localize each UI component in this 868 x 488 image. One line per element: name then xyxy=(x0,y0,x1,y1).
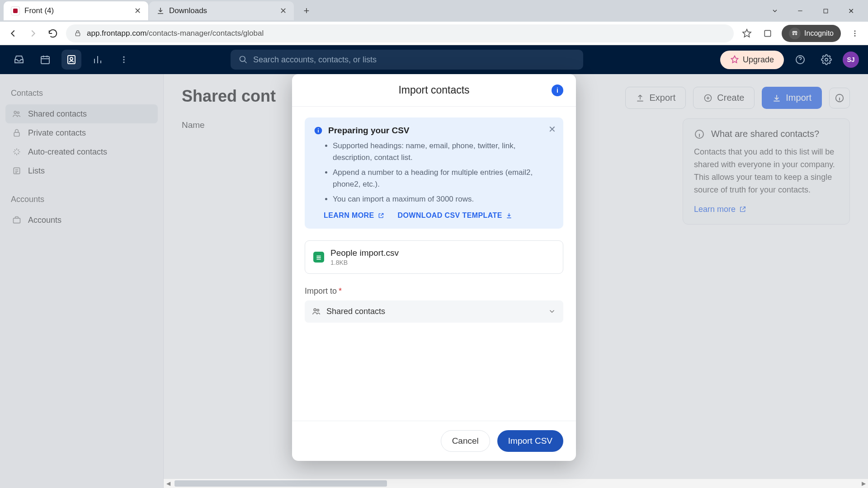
address-bar: app.frontapp.com/contacts-manager/contac… xyxy=(0,22,868,45)
svg-point-6 xyxy=(854,33,856,34)
import-to-label: Import to* xyxy=(305,286,563,296)
browser-chrome: Front (4) ✕ Downloads ✕ + ✕ xyxy=(0,0,868,45)
new-tab-button[interactable]: + xyxy=(298,3,315,19)
import-csv-button[interactable]: Import CSV xyxy=(497,430,563,452)
svg-point-10 xyxy=(70,57,73,60)
incognito-label: Incognito xyxy=(804,29,834,38)
nav-contacts-icon[interactable] xyxy=(61,50,81,70)
learn-more-link[interactable]: LEARN MORE xyxy=(324,211,384,220)
svg-rect-8 xyxy=(41,56,49,64)
url-path: /contacts-manager/contacts/global xyxy=(146,29,264,38)
svg-rect-2 xyxy=(764,30,770,36)
csv-bullet-list: Supported headings: name, email, phone, … xyxy=(314,140,554,205)
search-input[interactable]: Search accounts, contacts, or lists xyxy=(231,50,583,70)
svg-point-29 xyxy=(317,309,319,311)
help-icon[interactable] xyxy=(790,50,810,70)
import-contacts-modal: Import contacts i ✕ Preparing your CSV S… xyxy=(292,74,576,461)
scroll-left-icon[interactable]: ◀ xyxy=(164,480,173,487)
url-input[interactable]: app.frontapp.com/contacts-manager/contac… xyxy=(66,24,734,42)
file-size: 1.8KB xyxy=(330,259,399,266)
upgrade-button[interactable]: Upgrade xyxy=(720,51,784,69)
csv-bullet: You can import a maximum of 3000 rows. xyxy=(333,193,554,205)
download-template-label: DOWNLOAD CSV TEMPLATE xyxy=(398,211,502,220)
csv-info-callout: ✕ Preparing your CSV Supported headings:… xyxy=(305,117,563,229)
svg-point-13 xyxy=(123,61,124,63)
chevron-down-icon[interactable] xyxy=(769,5,781,17)
modal-info-icon[interactable]: i xyxy=(552,84,563,96)
svg-rect-1 xyxy=(75,33,80,36)
external-link-icon xyxy=(378,212,384,219)
svg-point-3 xyxy=(793,33,795,35)
browser-tab-front[interactable]: Front (4) ✕ xyxy=(4,1,148,20)
scroll-right-icon[interactable]: ▶ xyxy=(859,480,868,487)
upgrade-label: Upgrade xyxy=(743,55,774,65)
app-header: Search accounts, contacts, or lists Upgr… xyxy=(0,45,868,74)
forward-button[interactable] xyxy=(26,27,40,40)
info-icon xyxy=(314,126,323,135)
settings-icon[interactable] xyxy=(816,50,836,70)
svg-point-11 xyxy=(123,56,124,58)
svg-point-16 xyxy=(825,58,828,61)
svg-point-12 xyxy=(123,59,124,60)
svg-rect-0 xyxy=(824,9,828,13)
file-name: People import.csv xyxy=(330,248,399,258)
csv-heading: Preparing your CSV xyxy=(328,126,410,136)
scroll-thumb[interactable] xyxy=(175,480,387,487)
close-window-icon[interactable]: ✕ xyxy=(844,5,857,17)
download-template-link[interactable]: DOWNLOAD CSV TEMPLATE xyxy=(398,211,512,220)
nav-analytics-icon[interactable] xyxy=(88,50,108,70)
minimize-icon[interactable] xyxy=(794,5,807,17)
nav-inbox-icon[interactable] xyxy=(9,50,29,70)
browser-menu-icon[interactable] xyxy=(848,27,862,40)
close-callout-icon[interactable]: ✕ xyxy=(548,124,556,135)
incognito-badge[interactable]: Incognito xyxy=(782,25,841,42)
browser-tab-downloads[interactable]: Downloads ✕ xyxy=(149,1,294,20)
modal-footer: Cancel Import CSV xyxy=(292,421,576,461)
import-to-value: Shared contacts xyxy=(326,307,385,316)
nav-more-icon[interactable] xyxy=(114,50,134,70)
svg-rect-26 xyxy=(318,130,319,132)
close-tab-icon[interactable]: ✕ xyxy=(280,6,287,16)
csv-bullet: Append a number to a heading for multipl… xyxy=(333,167,554,190)
extensions-icon[interactable] xyxy=(761,27,774,40)
modal-body: ✕ Preparing your CSV Supported headings:… xyxy=(292,107,576,421)
back-button[interactable] xyxy=(6,27,20,40)
tab-bar: Front (4) ✕ Downloads ✕ + ✕ xyxy=(0,0,868,22)
close-tab-icon[interactable]: ✕ xyxy=(134,6,141,16)
tab-title: Downloads xyxy=(169,6,207,15)
reload-button[interactable] xyxy=(46,27,60,40)
svg-rect-27 xyxy=(318,128,319,129)
url-domain: app.frontapp.com xyxy=(87,29,146,38)
maximize-icon[interactable] xyxy=(819,5,832,17)
uploaded-file-card[interactable]: People import.csv 1.8KB xyxy=(305,240,563,274)
tab-title: Front (4) xyxy=(24,6,54,15)
svg-point-7 xyxy=(854,35,856,36)
csv-file-icon xyxy=(313,252,324,263)
people-icon xyxy=(312,307,321,316)
bookmark-icon[interactable] xyxy=(740,27,754,40)
import-to-select[interactable]: Shared contacts xyxy=(305,300,563,323)
nav-calendar-icon[interactable] xyxy=(35,50,55,70)
favicon-front xyxy=(11,6,20,15)
search-placeholder: Search accounts, contacts, or lists xyxy=(253,55,377,65)
download-icon xyxy=(156,7,165,15)
incognito-icon xyxy=(789,28,801,39)
svg-point-5 xyxy=(854,30,856,32)
csv-bullet: Supported headings: name, email, phone, … xyxy=(333,140,554,163)
learn-more-label: LEARN MORE xyxy=(324,211,374,220)
avatar[interactable]: SJ xyxy=(843,52,859,68)
modal-header: Import contacts i xyxy=(292,74,576,107)
chevron-down-icon xyxy=(548,307,556,315)
svg-point-4 xyxy=(795,33,797,35)
svg-point-14 xyxy=(240,56,245,62)
download-icon xyxy=(506,212,512,219)
horizontal-scrollbar[interactable]: ◀ ▶ xyxy=(164,479,868,488)
svg-point-28 xyxy=(314,309,316,311)
window-controls: ✕ xyxy=(769,5,864,17)
cancel-button[interactable]: Cancel xyxy=(441,430,490,452)
modal-title: Import contacts xyxy=(398,84,469,96)
